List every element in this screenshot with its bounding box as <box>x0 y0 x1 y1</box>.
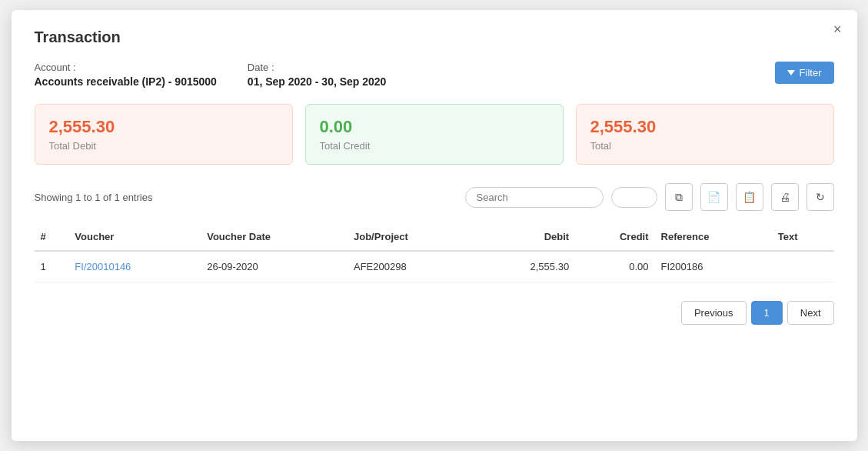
col-job-project: Job/Project <box>348 223 477 251</box>
col-reference: Reference <box>655 223 772 251</box>
credit-amount: 0.00 <box>320 117 549 137</box>
col-num: # <box>35 223 69 251</box>
pdf-button[interactable]: 📋 <box>736 183 763 211</box>
next-button[interactable]: Next <box>787 301 834 325</box>
cell-reference: FI200186 <box>655 251 772 282</box>
table-header-row: # Voucher Voucher Date Job/Project Debit… <box>35 223 834 251</box>
pagination: Previous 1 Next <box>35 301 834 325</box>
account-meta: Account : Accounts receivable (IP2) - 90… <box>35 62 217 89</box>
print-button[interactable]: 🖨 <box>771 183 799 211</box>
table-row: 1 FI/20010146 26-09-2020 AFE200298 2,555… <box>35 251 834 282</box>
cell-text <box>772 251 834 282</box>
search-input[interactable] <box>465 187 604 208</box>
account-value: Accounts receivable (IP2) - 9015000 <box>35 75 217 88</box>
copy-icon: ⧉ <box>675 191 683 204</box>
filter-icon <box>787 70 795 75</box>
col-text: Text <box>772 223 834 251</box>
cell-credit: 0.00 <box>575 251 654 282</box>
csv-icon: 📄 <box>707 191 720 203</box>
col-credit: Credit <box>575 223 654 251</box>
close-button[interactable]: × <box>833 22 842 36</box>
copy-button[interactable]: ⧉ <box>665 183 693 211</box>
date-value: 01, Sep 2020 - 30, Sep 2020 <box>248 75 387 88</box>
date-meta: Date : 01, Sep 2020 - 30, Sep 2020 <box>248 62 387 89</box>
total-label: Total <box>590 140 820 152</box>
cell-voucher-date: 26-09-2020 <box>201 251 348 282</box>
showing-text: Showing 1 to 1 of 1 entries <box>35 192 457 203</box>
debit-label: Total Debit <box>49 140 278 152</box>
previous-button[interactable]: Previous <box>681 301 747 325</box>
debit-card: 2,555.30 Total Debit <box>35 104 293 165</box>
cell-job-project: AFE200298 <box>348 251 477 282</box>
account-label: Account : <box>35 62 217 73</box>
debit-amount: 2,555.30 <box>49 117 278 137</box>
filter-button[interactable]: Filter <box>775 62 834 84</box>
modal-title: Transaction <box>35 28 834 46</box>
total-card: 2,555.30 Total <box>576 104 834 165</box>
meta-row: Account : Accounts receivable (IP2) - 90… <box>35 62 834 89</box>
transactions-table: # Voucher Voucher Date Job/Project Debit… <box>35 223 834 282</box>
summary-cards: 2,555.30 Total Debit 0.00 Total Credit 2… <box>35 104 834 165</box>
credit-label: Total Credit <box>320 140 549 152</box>
credit-card: 0.00 Total Credit <box>305 104 564 165</box>
page-1-button[interactable]: 1 <box>751 301 783 325</box>
transaction-modal: Transaction × Account : Accounts receiva… <box>12 10 857 441</box>
col-voucher-date: Voucher Date <box>201 223 348 251</box>
pdf-icon: 📋 <box>743 191 756 203</box>
voucher-link[interactable]: FI/20010146 <box>75 261 131 272</box>
refresh-icon: ↻ <box>816 191 825 203</box>
refresh-button[interactable]: ↻ <box>806 183 834 211</box>
print-icon: 🖨 <box>780 191 790 203</box>
filter-label: Filter <box>800 67 822 79</box>
toolbar-row: Showing 1 to 1 of 1 entries 250 ⧉ 📄 📋 🖨 … <box>35 183 834 211</box>
csv-button[interactable]: 📄 <box>700 183 728 211</box>
cell-voucher[interactable]: FI/20010146 <box>68 251 201 282</box>
total-amount: 2,555.30 <box>590 117 820 137</box>
col-debit: Debit <box>477 223 576 251</box>
col-voucher: Voucher <box>68 223 201 251</box>
cell-num: 1 <box>35 251 69 282</box>
page-size-input[interactable]: 250 <box>611 187 657 208</box>
date-label: Date : <box>248 62 387 73</box>
cell-debit: 2,555.30 <box>477 251 576 282</box>
